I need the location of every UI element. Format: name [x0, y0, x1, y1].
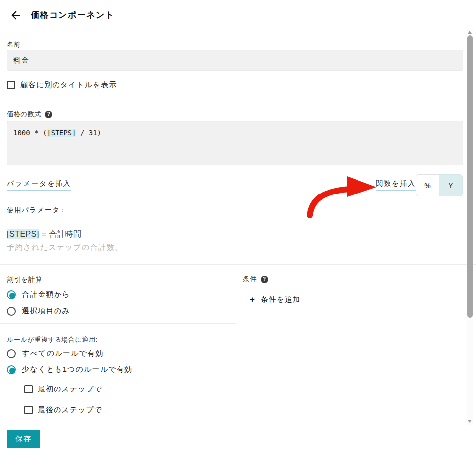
red-annotation-arrow — [301, 175, 381, 220]
steps-token: [STEPS] — [7, 229, 39, 239]
radio-all-rules[interactable] — [7, 349, 16, 358]
unit-toggle-group: % ¥ — [416, 174, 463, 196]
formula-steps-token: [STEPS] — [47, 129, 76, 137]
radio-selected-items-label: 選択項目のみ — [22, 306, 70, 316]
add-condition-button[interactable]: + 条件を追加 — [250, 295, 300, 304]
discount-section-label: 割引を計算 — [7, 275, 43, 284]
checkbox-row-last-step[interactable]: 最後のステップで — [24, 405, 102, 415]
parameter-definition: [STEPS] = 合計時間 — [7, 229, 82, 240]
used-parameters-label: 使用パラメータ： — [7, 206, 67, 215]
left-column-divider — [0, 323, 236, 324]
checkbox-first-step-label: 最初のステップで — [38, 385, 102, 394]
insert-parameter-link[interactable]: パラメータを挿入 — [7, 179, 71, 191]
page-header: 価格コンポーネント — [0, 0, 476, 28]
formula-editor[interactable]: 1000 * ([STEPS] / 31) — [7, 121, 463, 165]
back-arrow-icon — [9, 9, 22, 22]
section-divider-top — [0, 264, 476, 265]
scroll-up-arrow-icon[interactable] — [468, 31, 472, 34]
formula-text-prefix: 1000 * ( — [13, 129, 47, 137]
radio-row-all-rules[interactable]: すべてのルールで有効 — [7, 349, 103, 358]
checkbox-first-step[interactable] — [24, 385, 33, 393]
price-component-page: 価格コンポーネント 名前 顧客に別のタイトルを表示 価格の数式 ? 1000 *… — [0, 0, 476, 452]
radio-at-least-one-rule-label: 少なくとも1つのルールで有効 — [22, 365, 132, 374]
formula-text-suffix: / 31) — [76, 129, 101, 137]
radio-row-selected-items[interactable]: 選択項目のみ — [7, 306, 70, 316]
plus-icon: + — [250, 295, 255, 304]
overlap-section-label: ルールが重複する場合に適用: — [7, 335, 98, 344]
save-button[interactable]: 保存 — [7, 430, 40, 448]
page-title: 価格コンポーネント — [31, 9, 115, 21]
formula-label-row: 価格の数式 ? — [7, 110, 52, 119]
unit-yen-button[interactable]: ¥ — [439, 174, 463, 196]
parameter-name: = 合計時間 — [39, 230, 82, 238]
column-divider — [236, 264, 236, 424]
radio-at-least-one-rule[interactable] — [7, 365, 16, 374]
formula-label: 価格の数式 — [7, 110, 41, 119]
checkbox-row-first-step[interactable]: 最初のステップで — [24, 385, 102, 394]
alt-title-checkbox-label: 顧客に別のタイトルを表示 — [20, 80, 117, 90]
radio-row-at-least-one-rule[interactable]: 少なくとも1つのルールで有効 — [7, 365, 132, 374]
name-label: 名前 — [7, 40, 21, 49]
radio-all-rules-label: すべてのルールで有効 — [22, 349, 103, 358]
conditions-label: 条件 — [243, 275, 257, 284]
checkbox-last-step-label: 最後のステップで — [38, 405, 102, 415]
unit-percent-button[interactable]: % — [416, 174, 439, 196]
alt-title-checkbox-row[interactable]: 顧客に別のタイトルを表示 — [7, 80, 117, 90]
vertical-scrollbar[interactable] — [467, 29, 473, 425]
radio-total-amount-label: 合計金額から — [22, 290, 70, 299]
radio-row-total-amount[interactable]: 合計金額から — [7, 290, 70, 299]
conditions-help-icon[interactable]: ? — [261, 276, 268, 283]
scroll-down-arrow-icon[interactable] — [468, 420, 472, 423]
back-button[interactable] — [9, 8, 23, 22]
parameter-description: 予約されたステップの合計数。 — [7, 243, 123, 252]
formula-help-icon[interactable]: ? — [45, 111, 52, 118]
checkbox-last-step[interactable] — [24, 406, 33, 414]
scrollbar-thumb[interactable] — [467, 35, 473, 318]
radio-total-amount[interactable] — [7, 290, 16, 299]
alt-title-checkbox[interactable] — [7, 81, 15, 89]
conditions-label-row: 条件 ? — [243, 275, 268, 284]
add-condition-label: 条件を追加 — [261, 295, 300, 304]
radio-selected-items[interactable] — [7, 307, 16, 316]
name-input[interactable] — [7, 50, 463, 71]
section-divider-bottom — [0, 425, 476, 425]
insert-function-link[interactable]: 関数を挿入 — [376, 179, 416, 191]
